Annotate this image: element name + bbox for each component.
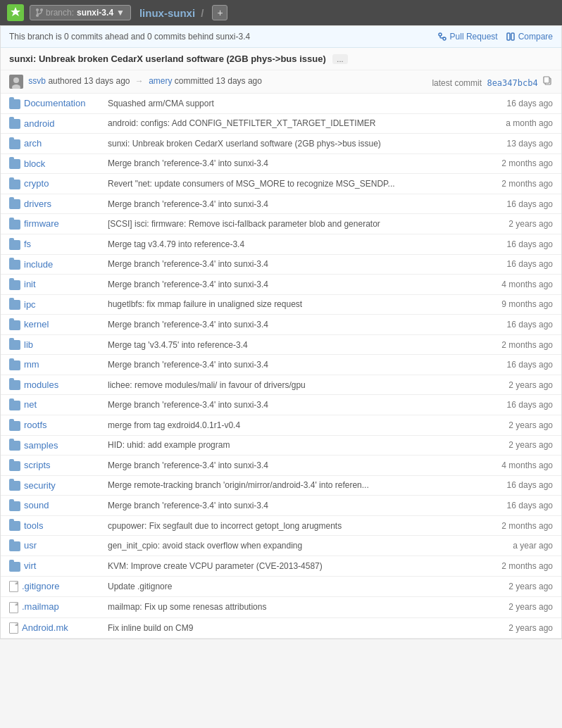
folder-icon [9, 180, 20, 189]
file-table: DocumentationSquashed arm/CMA support16 … [1, 94, 561, 639]
file-name-link[interactable]: fs [24, 239, 31, 249]
folder-icon [9, 481, 20, 491]
time-cell: 4 months ago [491, 456, 561, 476]
table-row: rootfsmerge from tag exdroid4.0.1r1-v0.4… [1, 415, 561, 436]
author-avatar [9, 75, 23, 89]
time-cell: a year ago [491, 536, 561, 556]
file-name-link[interactable]: Documentation [24, 98, 85, 108]
file-name-link[interactable]: block [24, 158, 45, 169]
copy-icon[interactable] [543, 78, 553, 88]
branch-label: branch: [46, 8, 74, 18]
file-name-link[interactable]: kernel [24, 319, 49, 330]
file-name-link[interactable]: modules [24, 379, 58, 390]
time-cell: 16 days ago [491, 395, 561, 415]
file-name-cell: block [1, 153, 99, 174]
time-cell: 2 years ago [491, 617, 561, 639]
time-cell: 2 months ago [491, 153, 561, 174]
folder-icon [9, 541, 20, 551]
commit-message[interactable]: sunxi: Unbreak broken CedarX userland so… [9, 54, 326, 64]
file-name-link[interactable]: Android.mk [22, 622, 68, 633]
file-name-cell: ipc [1, 294, 99, 315]
repo-name-link[interactable]: linux-sunxi [139, 7, 195, 19]
file-name-link[interactable]: sound [24, 500, 49, 510]
table-row: samplesHID: uhid: add example program2 y… [1, 435, 561, 456]
file-name-link[interactable]: net [24, 399, 37, 410]
file-name-link[interactable]: drivers [24, 199, 51, 209]
table-row: usrgen_init_cpio: avoid stack overflow w… [1, 536, 561, 556]
compare-link[interactable]: Compare [506, 32, 553, 42]
file-name-link[interactable]: init [24, 279, 36, 289]
file-name-cell: .mailmap [1, 597, 99, 618]
folder-icon [9, 562, 20, 572]
branch-selector[interactable]: branch: sunxi-3.4 ▼ [30, 5, 131, 20]
file-name-link[interactable]: android [24, 118, 54, 129]
commit-message-cell: Merge branch 'reference-3.4' into sunxi-… [99, 153, 491, 174]
author-link[interactable]: ssvb [28, 76, 46, 86]
file-name-link[interactable]: include [24, 259, 53, 270]
file-name-link[interactable]: firmware [24, 218, 59, 229]
time-cell: 2 months ago [491, 515, 561, 536]
add-button[interactable]: + [212, 5, 227, 20]
table-row: driversMerge branch 'reference-3.4' into… [1, 194, 561, 214]
commit-message-cell: sunxi: Unbreak broken CedarX userland so… [99, 134, 491, 154]
file-name-link[interactable]: rootfs [24, 420, 47, 430]
table-row: initMerge branch 'reference-3.4' into su… [1, 275, 561, 295]
file-name-link[interactable]: .gitignore [22, 581, 59, 591]
commit-message-cell: [SCSI] isci: firmware: Remove isci-fallb… [99, 214, 491, 234]
folder-icon [9, 240, 20, 250]
table-row: .gitignoreUpdate .gitignore2 years ago [1, 576, 561, 597]
svg-rect-8 [511, 33, 514, 40]
file-name-link[interactable]: lib [24, 339, 33, 350]
file-name-link[interactable]: mm [24, 359, 39, 370]
table-row: soundMerge branch 'reference-3.4' into s… [1, 496, 561, 516]
time-cell: 16 days ago [491, 194, 561, 214]
table-row: virtKVM: Improve create VCPU parameter (… [1, 556, 561, 576]
file-name-cell: security [1, 475, 99, 496]
svg-point-0 [36, 8, 39, 11]
time-cell: 16 days ago [491, 355, 561, 375]
table-row: cryptoRevert "net: update consumers of M… [1, 174, 561, 194]
file-name-link[interactable]: usr [24, 540, 37, 551]
folder-icon [9, 320, 20, 330]
table-row: toolscpupower: Fix segfault due to incor… [1, 515, 561, 536]
commit-message-cell: Merge branch 'reference-3.4' into sunxi-… [99, 315, 491, 335]
table-row: mmMerge branch 'reference-3.4' into sunx… [1, 355, 561, 375]
table-row: kernelMerge branch 'reference-3.4' into … [1, 315, 561, 335]
file-name-link[interactable]: ipc [24, 299, 36, 310]
table-row: ipchugetlbfs: fix mmap failure in unalig… [1, 294, 561, 315]
file-name-link[interactable]: tools [24, 520, 43, 531]
table-row: libMerge tag 'v3.4.75' into reference-3.… [1, 334, 561, 355]
pull-request-link[interactable]: Pull Request [438, 32, 498, 42]
commit-message-cell: Merge branch 'reference-3.4' into sunxi-… [99, 254, 491, 275]
folder-icon [9, 159, 20, 169]
time-cell: 2 months ago [491, 334, 561, 355]
committer-link[interactable]: amery [149, 76, 172, 86]
commit-authors: ssvb authored 13 days ago → amery commit… [1, 70, 561, 94]
commit-ellipsis[interactable]: ... [332, 54, 347, 64]
commit-message-cell: Merge branch 'reference-3.4' into sunxi-… [99, 275, 491, 295]
file-name-cell: virt [1, 556, 99, 576]
file-name-link[interactable]: arch [24, 138, 42, 149]
file-name-link[interactable]: virt [24, 560, 36, 571]
dropdown-arrow: ▼ [116, 8, 125, 18]
file-name-link[interactable]: samples [24, 440, 58, 451]
commit-hash-link[interactable]: 8ea347bcb4 [487, 78, 537, 88]
table-row: fsMerge tag v3.4.79 into reference-3.416… [1, 234, 561, 254]
commit-message-cell: cpupower: Fix segfault due to incorrect … [99, 515, 491, 536]
file-name-cell: Documentation [1, 94, 99, 113]
file-name-link[interactable]: scripts [24, 460, 51, 470]
table-row: includeMerge branch 'reference-3.4' into… [1, 254, 561, 275]
folder-icon [9, 461, 20, 471]
file-name-link[interactable]: .mailmap [22, 601, 59, 612]
file-name-link[interactable]: security [24, 480, 56, 491]
branch-info-text: This branch is 0 commits ahead and 0 com… [9, 32, 250, 42]
file-name-cell: lib [1, 334, 99, 355]
table-row: DocumentationSquashed arm/CMA support16 … [1, 94, 561, 113]
commit-message-bar: sunxi: Unbreak broken CedarX userland so… [1, 48, 561, 70]
commit-message-cell: hugetlbfs: fix mmap failure in unaligned… [99, 294, 491, 315]
repo-icon [7, 4, 24, 21]
commit-message-cell: Merge remote-tracking branch 'origin/mir… [99, 475, 491, 496]
file-name-cell: modules [1, 375, 99, 395]
file-name-link[interactable]: crypto [24, 178, 49, 189]
committed-label: committed [175, 76, 216, 86]
